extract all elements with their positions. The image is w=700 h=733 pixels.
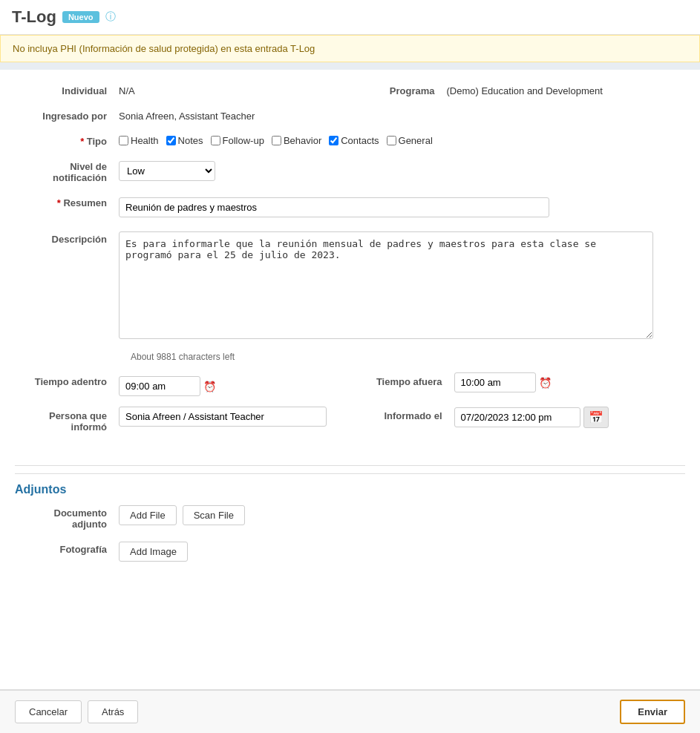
programa-label: Programa [358,82,447,96]
tipo-label: Tipo [15,132,119,147]
persona-informado-row: Persona queinformó Informado el 📅 [15,407,685,433]
adjuntos-divider [15,465,685,466]
documento-buttons: Add File Scan File [119,504,245,525]
general-label[interactable]: General [399,135,433,146]
tiempo-adentro-clock-icon[interactable]: ⏰ [203,381,216,392]
documento-label: Documentoadjunto [15,504,119,530]
tipo-behavior[interactable]: Behavior [272,135,321,146]
descripcion-label: Descripción [15,228,119,245]
fotografia-label: Fotografía [15,540,119,555]
phi-warning-text: No incluya PHI (Información de salud pro… [13,43,315,54]
tiempo-afuera-input[interactable] [454,372,536,392]
tiempo-afuera-clock-icon[interactable]: ⏰ [539,377,552,389]
phi-warning-banner: No incluya PHI (Información de salud pro… [0,35,700,62]
tiempo-afuera-value: ⏰ [454,372,686,392]
informado-value: 📅 [454,407,686,428]
contacts-checkbox[interactable] [329,136,338,145]
persona-input[interactable] [119,407,327,427]
ingresado-label: Ingresado por [15,107,119,122]
behavior-label[interactable]: Behavior [284,135,321,146]
adjuntos-title: Adjuntos [15,473,685,496]
tipo-checkboxes: Health Notes Follow-up Behavior [119,132,433,146]
enviar-button[interactable]: Enviar [620,700,685,724]
tiempo-afuera-wrapper: ⏰ [454,372,686,392]
persona-value [119,407,350,427]
individual-value: N/A [119,82,358,96]
cancelar-button[interactable]: Cancelar [15,700,82,723]
resumen-row: Resumen [15,194,685,217]
info-icon[interactable]: ⓘ [105,10,116,24]
scan-file-button[interactable]: Scan File [183,505,245,525]
form-inner: Individual N/A Programa (Demo) Education… [0,70,700,458]
tiempo-afuera-label: Tiempo afuera [350,372,454,387]
page-title: T-Log [12,7,56,27]
ingresado-row: Ingresado por Sonia Afreen, Assistant Te… [15,107,685,122]
spacer-bar [0,62,700,70]
notes-checkbox[interactable] [166,136,176,145]
individual-label: Individual [15,82,119,96]
page-header: T-Log Nuevo ⓘ [0,0,700,35]
ingresado-value: Sonia Afreen, Assistant Teacher [119,107,685,122]
health-label[interactable]: Health [131,135,159,146]
calendar-icon[interactable]: 📅 [583,407,609,428]
footer-left-buttons: Cancelar Atrás [15,700,138,723]
tiempo-adentro-value: ⏰ [119,372,350,396]
followup-checkbox[interactable] [211,136,220,145]
tipo-general[interactable]: General [387,135,433,146]
footer: Cancelar Atrás Enviar [0,689,700,733]
tipo-notes[interactable]: Notes [166,135,203,146]
documento-row: Documentoadjunto Add File Scan File [15,504,685,530]
fotografia-row: Fotografía Add Image [15,540,685,562]
fotografia-buttons: Add Image [119,540,188,562]
tiempo-adentro-label: Tiempo adentro [15,372,119,387]
tiempo-adentro-input[interactable] [119,376,200,396]
nivel-label: Nivel denotificación [15,157,119,183]
descripcion-value: Es para informarle que la reunión mensua… [119,228,685,341]
descripcion-row: Descripción Es para informarle que la re… [15,228,685,341]
resumen-input[interactable] [119,197,549,217]
tipo-row: Tipo Health Notes Follow-up [15,132,685,147]
add-image-button[interactable]: Add Image [119,542,188,562]
main-content: Individual N/A Programa (Demo) Education… [0,70,700,689]
informado-date-wrapper: 📅 [454,407,686,428]
adjuntos-section: Adjuntos Documentoadjunto Add File Scan … [0,458,700,587]
resumen-label: Resumen [15,194,119,208]
tipo-followup[interactable]: Follow-up [211,135,264,146]
tipo-health[interactable]: Health [119,135,159,146]
followup-label[interactable]: Follow-up [223,135,264,146]
atras-button[interactable]: Atrás [88,700,138,723]
behavior-checkbox[interactable] [272,136,281,145]
nivel-value: Low Medium High [119,157,685,181]
individual-programa-row: Individual N/A Programa (Demo) Education… [15,82,685,96]
health-checkbox[interactable] [119,136,128,145]
descripcion-textarea[interactable]: Es para informarle que la reunión mensua… [119,231,653,339]
add-file-button[interactable]: Add File [119,505,177,525]
programa-value: (Demo) Education and Development [447,82,686,96]
resumen-value [119,194,685,217]
nuevo-badge: Nuevo [62,11,99,23]
tiempo-row: Tiempo adentro ⏰ Tiempo afuera ⏰ [15,372,685,396]
general-checkbox[interactable] [387,136,396,145]
tipo-contacts[interactable]: Contacts [329,135,379,146]
tiempo-adentro-wrapper: ⏰ [119,376,350,396]
chars-left: About 9881 characters left [131,352,685,362]
informado-label: Informado el [350,407,454,421]
nivel-row: Nivel denotificación Low Medium High [15,157,685,183]
nivel-select[interactable]: Low Medium High [119,161,215,181]
informado-date-input[interactable] [454,407,580,427]
notes-label[interactable]: Notes [178,135,203,146]
persona-label: Persona queinformó [15,407,119,433]
contacts-label[interactable]: Contacts [341,135,379,146]
